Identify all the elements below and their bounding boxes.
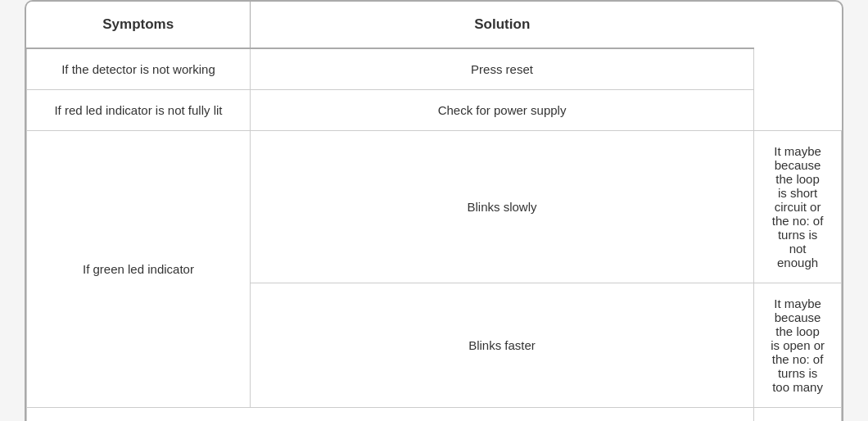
header-solution: Solution (250, 2, 753, 48)
solution-cell: It maybe because the loop is open or the… (754, 283, 842, 408)
solution-cell: Check for power supply (250, 90, 753, 131)
table-row: If green led indicator Blinks slowly It … (27, 131, 842, 283)
symptom-outer-label: If green led indicator (27, 131, 251, 408)
table-row: If the detector is not working Press res… (27, 48, 842, 90)
sub-symptom-cell: Blinks slowly (250, 131, 753, 283)
troubleshooting-table: Symptoms Solution If the detector is not… (25, 0, 843, 421)
symptom-cell: If the detector is not working (27, 48, 251, 90)
table-row: If no: of turns is not enough Lower the … (27, 408, 842, 422)
header-symptoms: Symptoms (27, 2, 251, 48)
solution-cell: Lower the frequency (if the frequency is… (754, 408, 842, 422)
sub-symptom-cell: Blinks faster (250, 283, 753, 408)
solution-cell: It maybe because the loop is short circu… (754, 131, 842, 283)
solution-cell: Press reset (250, 48, 753, 90)
symptom-cell: If no: of turns is not enough (27, 408, 754, 422)
table-row: If red led indicator is not fully lit Ch… (27, 90, 842, 131)
symptom-cell: If red led indicator is not fully lit (27, 90, 251, 131)
